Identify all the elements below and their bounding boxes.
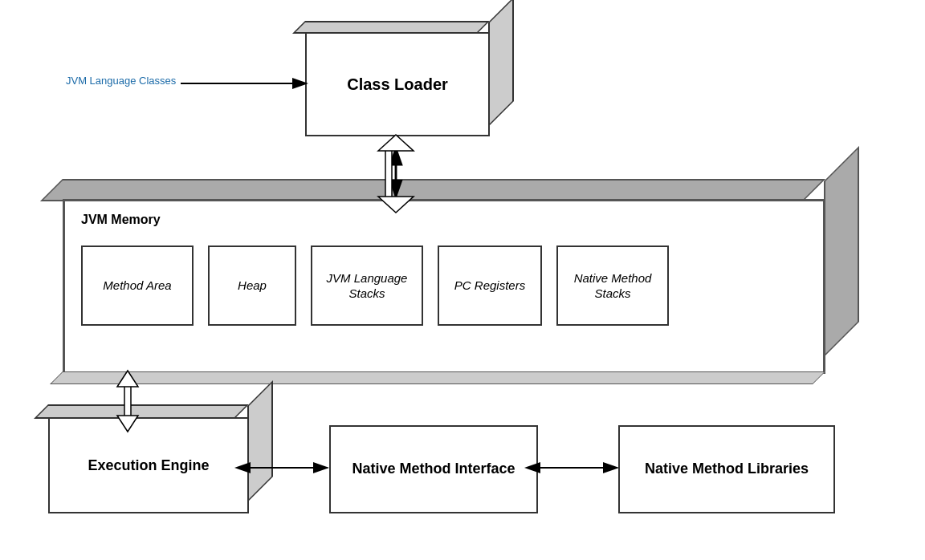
jvm-language-stacks-box: JVM LanguageStacks [311,246,423,326]
class-loader-right-face [488,0,514,127]
native-method-libraries-label: Native Method Libraries [645,460,809,478]
jvm-memory-box: JVM Memory Method Area Heap JVM Language… [63,199,858,383]
native-method-interface-label: Native Method Interface [352,460,515,478]
native-method-interface-box: Native Method Interface [329,425,538,513]
jvm-memory-bottom-face [50,371,825,384]
jvm-memory-right-face [824,146,859,357]
method-area-label: Method Area [103,278,171,294]
jvm-architecture-diagram: JVM Language Classes Class Loader JVM Me… [0,0,925,560]
native-method-stacks-label: Native MethodStacks [574,270,652,302]
execution-engine-label: Execution Engine [88,457,209,474]
class-loader-front-face: Class Loader [305,32,490,136]
method-area-box: Method Area [81,246,194,326]
native-method-stacks-box: Native MethodStacks [556,246,669,326]
jvm-language-stacks-label: JVM LanguageStacks [327,270,408,302]
native-method-libraries-box: Native Method Libraries [618,425,835,513]
jvm-memory-title: JVM Memory [81,213,161,227]
jvm-language-classes-label: JVM Language Classes [66,75,176,87]
exec-engine-front-face: Execution Engine [48,417,249,513]
heap-label: Heap [238,278,267,294]
memory-boxes-container: Method Area Heap JVM LanguageStacks PC R… [81,246,669,326]
class-loader-box: Class Loader [305,32,514,144]
jvm-memory-top-face [40,179,825,201]
execution-engine-box: Execution Engine [48,417,273,521]
class-loader-label: Class Loader [347,75,448,94]
exec-engine-right-face [247,380,273,502]
pc-registers-box: PC Registers [438,246,542,326]
pc-registers-label: PC Registers [454,278,525,294]
jvm-memory-front-face: JVM Memory Method Area Heap JVM Language… [63,199,825,374]
heap-box: Heap [208,246,296,326]
